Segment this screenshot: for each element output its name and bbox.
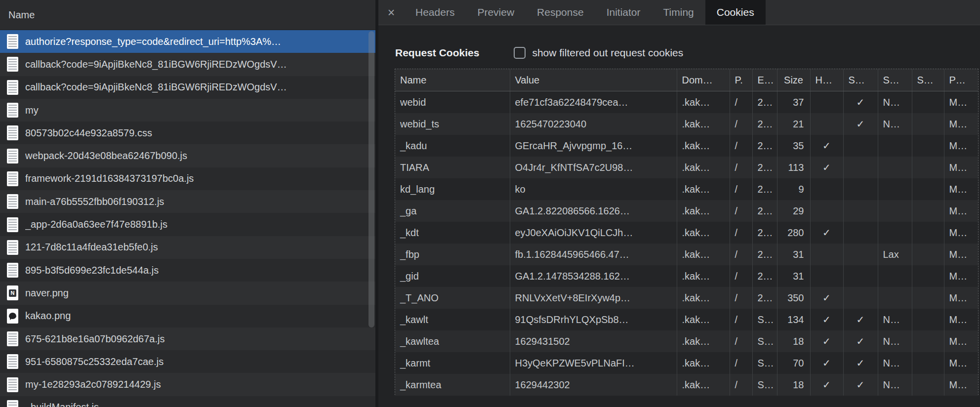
- column-header-9[interactable]: S…: [912, 69, 944, 91]
- tab-preview[interactable]: Preview: [466, 0, 526, 25]
- cookie-row-_ga[interactable]: _gaGA1.2.822086566.1626….kak…/2…29M…: [395, 200, 978, 222]
- cookie-row-_kadu[interactable]: _kaduGErcaHR_Ajvvpgmp_16….kak…/2…35✓M…: [395, 135, 978, 157]
- cell: .kak…: [677, 309, 730, 330]
- show-filtered-checkbox[interactable]: [514, 47, 526, 59]
- request-name: callback?code=9iApjiBkeNc8_81iBGW6RjiRED…: [25, 81, 287, 93]
- request-name: my: [25, 105, 39, 116]
- request-row[interactable]: naver.png: [0, 282, 375, 304]
- request-list-panel: Name authorize?response_type=code&redire…: [0, 0, 375, 407]
- column-header-10[interactable]: P…: [944, 69, 978, 91]
- request-row[interactable]: my: [0, 99, 375, 122]
- cookie-row-TIARA[interactable]: TIARAO4Jr4r_KfNTfSA7c2U98….kak…/2…113✓M…: [395, 157, 978, 178]
- request-row[interactable]: webpack-20d43e08bea62467b090.js: [0, 144, 375, 167]
- cell: _kawlt: [395, 309, 510, 330]
- cookie-row-_kawltea[interactable]: _kawltea1629431502.kak…/S…18✓✓N…M…: [395, 330, 978, 352]
- close-icon[interactable]: ×: [378, 0, 404, 25]
- request-name: 121-7d8c11a4fdea31eb5fe0.js: [25, 242, 158, 253]
- cell: [912, 330, 944, 352]
- cell: _fbp: [395, 244, 510, 265]
- document-icon: [7, 57, 18, 72]
- checkmark-icon: ✓: [810, 330, 843, 352]
- section-title: Request Cookies: [395, 47, 479, 59]
- column-header-3[interactable]: P.: [730, 69, 752, 91]
- cell: 1625470223040: [510, 113, 677, 135]
- column-header-2[interactable]: Dom…: [677, 69, 730, 91]
- cell: [912, 265, 944, 287]
- cookie-row-_fbp[interactable]: _fbpfb.1.1628445965466.47….kak…/2…31LaxM…: [395, 244, 978, 265]
- request-list: authorize?response_type=code&redirect_ur…: [0, 30, 375, 407]
- cell: 1629442302: [510, 374, 677, 396]
- request-row[interactable]: my-1e28293a2c0789214429.js: [0, 373, 375, 396]
- tab-cookies[interactable]: Cookies: [705, 0, 766, 25]
- cell: M…: [944, 91, 978, 114]
- request-name: authorize?response_type=code&redirect_ur…: [25, 36, 281, 47]
- cookie-row-_T_ANO[interactable]: _T_ANORNLVxXetV+8EIrXyw4p….kak…/2…350✓M…: [395, 287, 978, 309]
- cell: 35: [777, 135, 810, 157]
- tab-timing[interactable]: Timing: [652, 0, 705, 25]
- request-row[interactable]: callback?code=9iApjiBkeNc8_81iBGW6RjiRED…: [0, 76, 375, 99]
- request-cookies-header: Request Cookies show filtered out reques…: [395, 42, 975, 63]
- request-row[interactable]: framework-2191d16384373197bc0a.js: [0, 167, 375, 190]
- cookie-row-_karmt[interactable]: _karmtH3yQeKPZWE5vPLNaFI….kak…/S…70✓✓N…M…: [395, 352, 978, 374]
- cookie-row-_gid[interactable]: _gidGA1.2.1478534288.162….kak…/2…31M…: [395, 265, 978, 287]
- column-header-7[interactable]: S…: [843, 69, 878, 91]
- cookie-row-kd_lang[interactable]: kd_langko.kak…/2…9M…: [395, 178, 978, 200]
- column-header-0[interactable]: Name: [395, 69, 510, 91]
- cell: [878, 265, 912, 287]
- cell: O4Jr4r_KfNTfSA7c2U98…: [510, 157, 677, 178]
- cell: N…: [878, 352, 912, 374]
- cell: 31: [777, 265, 810, 287]
- request-row[interactable]: _app-2d6a0a63ee7f47e8891b.js: [0, 213, 375, 236]
- document-icon: [7, 34, 18, 49]
- cookie-row-_karmtea[interactable]: _karmtea1629442302.kak…/S…18✓✓N…M…: [395, 374, 978, 396]
- request-row[interactable]: 121-7d8c11a4fdea31eb5fe0.js: [0, 236, 375, 259]
- column-header-1[interactable]: Value: [510, 69, 677, 91]
- document-icon: [7, 331, 18, 346]
- cell: [810, 244, 843, 265]
- name-column-header[interactable]: Name: [0, 0, 375, 30]
- cell: [843, 157, 878, 178]
- column-header-6[interactable]: H…: [810, 69, 843, 91]
- request-row[interactable]: _buildManifest.js: [0, 396, 375, 407]
- cookie-row-_kdt[interactable]: _kdteyJ0eXAiOiJKV1QiLCJh….kak…/2…280✓M…: [395, 222, 978, 244]
- request-row[interactable]: 895-b3f5d699e23fc1de544a.js: [0, 259, 375, 282]
- scrollbar-thumb[interactable]: [368, 31, 374, 327]
- cell: /: [730, 113, 752, 135]
- request-row[interactable]: kakao.png: [0, 305, 375, 327]
- cookie-row-webid_ts[interactable]: webid_ts1625470223040.kak…/2…21✓N…M…: [395, 113, 978, 135]
- cell: webid: [395, 91, 510, 114]
- tab-response[interactable]: Response: [526, 0, 595, 25]
- cell: [810, 265, 843, 287]
- column-header-4[interactable]: E…: [752, 69, 777, 91]
- cell: M…: [944, 309, 978, 330]
- request-row[interactable]: callback?code=9iApjiBkeNc8_81iBGW6RjiRED…: [0, 53, 375, 76]
- cell: M…: [944, 200, 978, 222]
- cookie-row-webid[interactable]: webidefe71cf3a62248479cea….kak…/2…37✓N…M…: [395, 91, 978, 114]
- request-row[interactable]: main-a76b5552fbb06f190312.js: [0, 190, 375, 213]
- cell: .kak…: [677, 330, 730, 352]
- column-header-8[interactable]: S…: [878, 69, 912, 91]
- request-row[interactable]: authorize?response_type=code&redirect_ur…: [0, 30, 375, 53]
- cell: _T_ANO: [395, 287, 510, 309]
- document-icon: [7, 217, 18, 232]
- document-icon: [7, 80, 18, 95]
- show-filtered-checkbox-label[interactable]: show filtered out request cookies: [532, 47, 683, 59]
- request-row[interactable]: 951-6580875c25332eda7cae.js: [0, 350, 375, 373]
- cell: [878, 178, 912, 200]
- cookie-row-_kawlt[interactable]: _kawlt91QsfsDRrhYLQXpSb8….kak…/S…134✓✓N……: [395, 309, 978, 330]
- document-icon: [7, 125, 18, 140]
- column-header-5[interactable]: Size: [777, 69, 810, 91]
- cell: /: [730, 157, 752, 178]
- request-row[interactable]: 675-621b8e16a07b0962d67a.js: [0, 327, 375, 350]
- request-row[interactable]: 80573b02c44e932a8579.css: [0, 122, 375, 144]
- cell: 37: [777, 91, 810, 114]
- cell: /: [730, 244, 752, 265]
- tab-headers[interactable]: Headers: [404, 0, 466, 25]
- tab-initiator[interactable]: Initiator: [595, 0, 652, 25]
- checkmark-icon: ✓: [843, 352, 878, 374]
- cell: ko: [510, 178, 677, 200]
- cell: Lax: [878, 244, 912, 265]
- cell: .kak…: [677, 91, 730, 114]
- checkmark-icon: ✓: [843, 113, 878, 135]
- cell: [843, 178, 878, 200]
